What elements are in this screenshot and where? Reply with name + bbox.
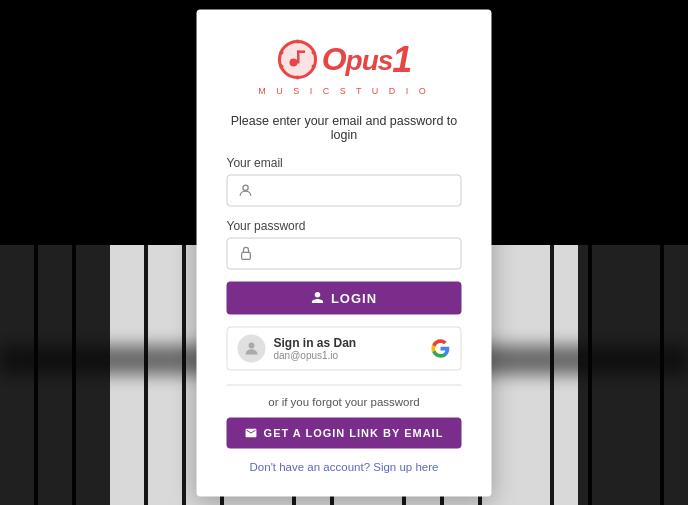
email-input-row: [227, 174, 462, 206]
svg-point-9: [280, 64, 284, 68]
svg-point-10: [280, 50, 284, 54]
google-signin-info: Sign in as Dan dan@opus1.io: [274, 336, 423, 361]
forgot-text: or if you forgot your password: [227, 395, 462, 407]
svg-point-13: [249, 342, 255, 348]
password-input-row: [227, 237, 462, 269]
login-modal: Opus 1 M U S I C S T U D I O Please ente…: [197, 9, 492, 496]
svg-rect-4: [297, 50, 305, 53]
login-subtitle: Please enter your email and password to …: [227, 113, 462, 141]
user-icon: [236, 180, 256, 200]
logo-text-opus: Opus: [322, 41, 393, 78]
logo-text-1: 1: [392, 38, 412, 80]
password-input[interactable]: [262, 246, 453, 261]
opus1-logo-icon: [276, 37, 320, 81]
signup-link[interactable]: Don't have an account? Sign up here: [227, 460, 462, 472]
svg-rect-12: [241, 252, 250, 259]
svg-point-2: [290, 58, 298, 66]
google-logo-icon: [431, 338, 451, 358]
divider: [227, 384, 462, 385]
google-signin-email: dan@opus1.io: [274, 350, 423, 361]
email-input[interactable]: [262, 183, 453, 198]
lock-icon: [236, 243, 256, 263]
login-button[interactable]: LOGIN: [227, 281, 462, 314]
email-label: Your email: [227, 155, 462, 169]
envelope-icon: [245, 426, 258, 439]
logo-area: Opus 1 M U S I C S T U D I O: [227, 37, 462, 95]
svg-point-8: [296, 75, 300, 79]
svg-point-11: [243, 185, 248, 190]
email-link-button[interactable]: GET A LOGIN LINK BY EMAIL: [227, 417, 462, 448]
google-avatar: [238, 334, 266, 362]
google-signin-button[interactable]: Sign in as Dan dan@opus1.io: [227, 326, 462, 370]
login-person-icon: [311, 291, 325, 305]
password-label: Your password: [227, 218, 462, 232]
svg-point-5: [296, 39, 300, 43]
svg-point-7: [312, 64, 316, 68]
logo-container: Opus 1: [276, 37, 413, 81]
logo-subtitle: M U S I C S T U D I O: [227, 85, 462, 95]
google-signin-name: Sign in as Dan: [274, 336, 423, 350]
svg-point-6: [312, 50, 316, 54]
